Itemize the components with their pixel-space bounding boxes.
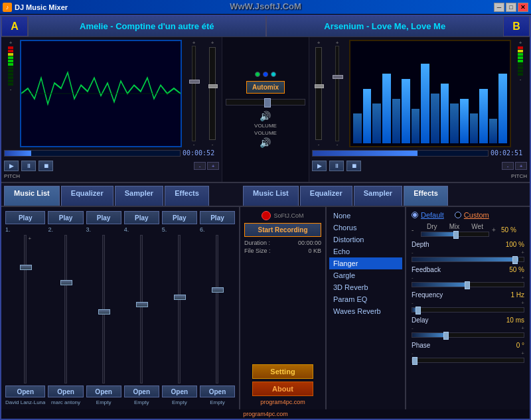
- sampler-channel-2: Play 2. Open marc antony: [48, 211, 83, 405]
- fader-ch3: [102, 235, 105, 384]
- fader-handle-ch1[interactable]: [20, 265, 32, 270]
- open-ch3[interactable]: Open: [86, 385, 121, 397]
- tab-right-equalizer[interactable]: Equalizer: [300, 186, 352, 206]
- play-ch4[interactable]: Play: [124, 211, 159, 224]
- watermark-small: SoFtJ.CoM: [273, 212, 303, 219]
- effect-echo[interactable]: Echo: [329, 245, 402, 257]
- radio-custom-circle[interactable]: [455, 212, 461, 218]
- footer: program4pc.com: [1, 409, 530, 419]
- pitch-down-b[interactable]: -: [502, 162, 514, 170]
- play-ch6[interactable]: Play: [200, 211, 235, 224]
- ch3-label: Empty: [86, 399, 121, 405]
- volume-slider-b[interactable]: + -: [328, 40, 346, 147]
- pitch-label-b: PITCH: [312, 173, 527, 179]
- progress-bar-a[interactable]: [4, 150, 181, 157]
- play-btn-a[interactable]: ▶: [4, 161, 19, 171]
- pitch-slider-a[interactable]: + -: [206, 40, 219, 147]
- depth-slider[interactable]: [412, 257, 524, 262]
- progress-bar-b[interactable]: [312, 150, 489, 157]
- play-ch5[interactable]: Play: [162, 211, 197, 224]
- close-button[interactable]: ✕: [518, 3, 528, 12]
- effect-wavesreverb[interactable]: Waves Reverb: [329, 305, 402, 317]
- tab-right-sampler[interactable]: Sampler: [354, 186, 402, 206]
- effect-none[interactable]: None: [329, 210, 402, 222]
- watermark: WwW.JsoftJ.CoM: [230, 1, 301, 11]
- depth-row: Depth 100 % -+: [412, 241, 524, 262]
- effect-distortion[interactable]: Distortion: [329, 234, 402, 245]
- tab-right-musiclist[interactable]: Music List: [243, 186, 299, 206]
- crossfader[interactable]: [226, 99, 305, 105]
- minimize-button[interactable]: ─: [494, 3, 504, 12]
- pause-btn-b[interactable]: ⏸: [329, 161, 344, 171]
- play-btn-b[interactable]: ▶: [312, 161, 327, 171]
- fader-handle-ch3[interactable]: [98, 309, 110, 315]
- feedback-slider[interactable]: [412, 282, 524, 287]
- deck-b-title: Arsenium - Love Me, Love Me: [266, 16, 504, 36]
- vu-meter-b-right: + -: [514, 40, 527, 147]
- fader-handle-ch4[interactable]: [136, 302, 148, 307]
- frequency-slider[interactable]: [412, 307, 524, 313]
- fader-handle-ch2[interactable]: [60, 280, 72, 285]
- transport-a: ▶ ⏸ ⏹ - +: [4, 159, 219, 173]
- pitch-up-b[interactable]: +: [515, 162, 527, 170]
- stop-btn-a[interactable]: ⏹: [38, 161, 53, 171]
- tab-left-musiclist[interactable]: Music List: [4, 186, 60, 206]
- tab-left-equalizer[interactable]: Equalizer: [61, 186, 114, 206]
- pitch-up-a[interactable]: +: [207, 162, 219, 170]
- phase-slider[interactable]: [412, 358, 524, 363]
- effect-flanger[interactable]: Flanger: [329, 257, 402, 269]
- play-ch2[interactable]: Play: [48, 211, 83, 224]
- open-ch6[interactable]: Open: [200, 385, 235, 397]
- open-ch5[interactable]: Open: [162, 385, 197, 397]
- deck-a-title: Amelie - Comptine d'un autre été: [28, 16, 266, 36]
- pitch-slider-b[interactable]: + -: [312, 40, 325, 147]
- open-ch4[interactable]: Open: [124, 385, 159, 397]
- radio-default[interactable]: Default: [412, 211, 444, 219]
- tab-area: Music List Equalizer Sampler Effects Mus…: [1, 183, 530, 207]
- stop-btn-b[interactable]: ⏹: [346, 161, 361, 171]
- deck-b: + - + -: [309, 37, 530, 182]
- fader-handle-ch5[interactable]: [174, 295, 186, 300]
- open-ch1[interactable]: Open: [5, 385, 45, 397]
- promo-text: program4pc.com: [260, 399, 305, 405]
- deck-b-label: B: [503, 16, 530, 36]
- fader-ch1: +: [24, 235, 27, 384]
- volume-slider-a[interactable]: + -: [185, 40, 203, 147]
- sampler-channel-1: Play 1. + Open David Lanz-Luna: [5, 211, 45, 405]
- tab-right-effects[interactable]: Effects: [404, 186, 448, 206]
- start-recording-button[interactable]: Start Recording: [244, 223, 321, 237]
- automix-button[interactable]: Automix: [246, 81, 285, 94]
- pause-btn-a[interactable]: ⏸: [21, 161, 36, 171]
- delay-slider[interactable]: [412, 332, 524, 338]
- tab-left-effects[interactable]: Effects: [165, 186, 209, 206]
- play-ch3[interactable]: Play: [86, 211, 121, 224]
- fader-ch5: [178, 235, 181, 384]
- fader-handle-ch6[interactable]: [212, 287, 224, 293]
- left-tab-bar: Music List Equalizer Sampler Effects: [1, 183, 240, 207]
- play-ch1[interactable]: Play: [5, 211, 45, 224]
- radio-row: Default Custom: [412, 211, 524, 219]
- maximize-button[interactable]: □: [506, 3, 516, 12]
- open-ch2[interactable]: Open: [48, 385, 83, 397]
- volume-label-right: VOLUME: [254, 130, 277, 136]
- about-button[interactable]: About: [252, 382, 314, 396]
- app-icon: ♪: [3, 3, 12, 12]
- recording-info: Duration : 00:00:00 File Size : 0 KB: [244, 240, 321, 255]
- setting-button[interactable]: Setting: [252, 364, 314, 379]
- center-controls: Automix 🔊 VOLUME VOLUME 🔊: [222, 37, 309, 182]
- sampler-section: Play 1. + Open David Lanz-Luna: [1, 207, 240, 409]
- fader-ch2: [64, 235, 67, 384]
- bottom-content: Play 1. + Open David Lanz-Luna: [1, 207, 530, 409]
- dry-mix-wet-slider[interactable]: [421, 232, 489, 237]
- default-label: Default: [421, 211, 444, 219]
- effect-3dreverb[interactable]: 3D Reverb: [329, 281, 402, 293]
- effect-parameq[interactable]: Param EQ: [329, 293, 402, 305]
- dot-cyan: [271, 72, 276, 77]
- radio-custom[interactable]: Custom: [455, 211, 489, 219]
- effect-chorus[interactable]: Chorus: [329, 222, 402, 234]
- wet-label: Wet: [471, 223, 483, 230]
- pitch-down-a[interactable]: -: [194, 162, 206, 170]
- effect-gargle[interactable]: Gargle: [329, 269, 402, 281]
- radio-default-circle[interactable]: [412, 212, 418, 218]
- tab-left-sampler[interactable]: Sampler: [115, 186, 163, 206]
